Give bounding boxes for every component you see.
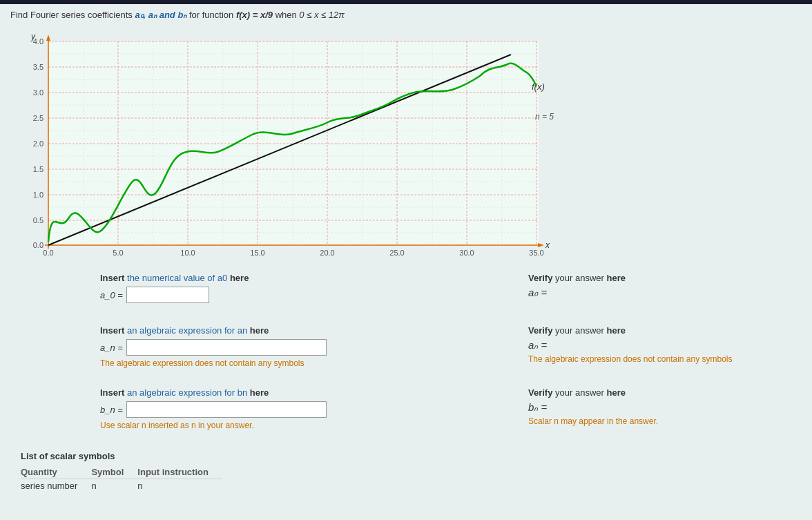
form-sections: Insert the numerical value of a0 here a_… (10, 273, 802, 430)
chart-svg: x y 4.0 3.5 3.0 2.5 2.0 1.5 1.0 0.5 0.0 … (10, 31, 577, 259)
form-blue-an: an algebraic expression for an (127, 325, 247, 336)
form-blue-a0: the numerical value of a0 (127, 273, 227, 283)
svg-text:1.0: 1.0 (33, 191, 44, 199)
header-coefficients: a₀, aₙ and bₙ (135, 10, 186, 20)
form-blue-bn: an algebraic expression for bn (127, 387, 247, 398)
svg-text:25.0: 25.0 (389, 249, 404, 257)
row-input-instruction: n (137, 479, 222, 493)
form-right-an: Verify your answer here aₙ = The algebra… (514, 325, 802, 364)
verify-result-bn: bₙ = (528, 401, 802, 414)
a0-input[interactable] (126, 287, 209, 303)
form-label-bn: Insert an algebraic expression for bn he… (100, 387, 514, 398)
svg-text:2.0: 2.0 (33, 139, 44, 148)
col-quantity: Quantity (21, 465, 91, 479)
verify-label-bn: Verify your answer here (528, 387, 802, 398)
form-row-a0: Insert the numerical value of a0 here a_… (100, 273, 802, 306)
verify-label-a0: Verify your answer here (528, 273, 802, 283)
col-instruction: Input instruction (137, 465, 222, 479)
header-when-word: when (276, 10, 297, 20)
verify-hint-an: The algebraic expression does not contai… (528, 354, 802, 364)
verify-result-a0: a₀ = (528, 287, 802, 299)
form-here-bn: here (250, 387, 269, 398)
verify-here-a0: here (606, 273, 625, 283)
svg-text:4.0: 4.0 (33, 37, 44, 46)
svg-text:0.0: 0.0 (33, 241, 44, 249)
svg-text:n = 5: n = 5 (535, 112, 554, 122)
chart-container: x y 4.0 3.5 3.0 2.5 2.0 1.5 1.0 0.5 0.0 … (10, 31, 577, 259)
verify-keyword-an: Verify (528, 325, 552, 336)
verify-keyword-a0: Verify (528, 273, 552, 283)
header-condition: 0 ≤ x ≤ 12π (297, 10, 345, 20)
form-label-an: Insert an algebraic expression for an he… (100, 325, 514, 336)
hint-bn: Use scalar n inserted as n in your answe… (100, 421, 514, 430)
svg-text:30.0: 30.0 (459, 249, 474, 257)
verify-result-an: aₙ = (528, 339, 802, 352)
insert-label-a0: Insert (100, 273, 124, 283)
svg-text:1.5: 1.5 (33, 165, 44, 173)
verify-label-an: Verify your answer here (528, 325, 802, 336)
row-quantity: series number (21, 479, 91, 493)
svg-text:20.0: 20.0 (320, 249, 334, 257)
input-row-bn: b_n = (100, 401, 514, 418)
header: Find Fourier series coefficients a₀, aₙ … (0, 4, 812, 24)
svg-text:2.5: 2.5 (33, 114, 44, 122)
input-label-an: a_n = (100, 343, 123, 353)
row-symbol: n (91, 479, 137, 493)
form-label-a0: Insert the numerical value of a0 here (100, 273, 514, 283)
insert-label-an: Insert (100, 325, 124, 336)
hint-an: The algebraic expression does not contai… (100, 358, 514, 368)
input-label-bn: b_n = (100, 405, 123, 415)
form-row-an: Insert an algebraic expression for an he… (100, 325, 802, 368)
svg-text:f(x): f(x) (532, 81, 545, 92)
col-symbol: Symbol (91, 465, 137, 479)
header-prefix: Find Fourier series coefficients (10, 10, 135, 20)
svg-text:5.0: 5.0 (113, 249, 123, 257)
svg-text:0.5: 0.5 (33, 216, 44, 224)
an-input[interactable] (126, 339, 327, 356)
svg-text:3.5: 3.5 (33, 63, 44, 71)
list-title: List of scalar symbols (21, 451, 791, 461)
table-row: series number n n (21, 479, 222, 493)
form-right-a0: Verify your answer here a₀ = (514, 273, 802, 302)
svg-text:0.0: 0.0 (43, 249, 53, 257)
verify-keyword-bn: Verify (528, 387, 552, 398)
form-left-a0: Insert the numerical value of a0 here a_… (100, 273, 514, 306)
form-left-an: Insert an algebraic expression for an he… (100, 325, 514, 368)
header-function: f(x) = x/9 (236, 10, 273, 20)
form-here-a0: here (230, 273, 249, 283)
form-here-an: here (250, 325, 269, 336)
content-area: x y 4.0 3.5 3.0 2.5 2.0 1.5 1.0 0.5 0.0 … (0, 24, 812, 503)
svg-text:10.0: 10.0 (180, 249, 195, 257)
input-label-a0: a_0 = (100, 290, 123, 300)
form-left-bn: Insert an algebraic expression for bn he… (100, 387, 514, 430)
verify-middle-a0: your answer (555, 273, 606, 283)
svg-text:15.0: 15.0 (250, 249, 264, 257)
svg-marker-34 (46, 35, 50, 41)
svg-marker-36 (538, 243, 544, 247)
header-mid: for function (186, 10, 236, 20)
svg-text:3.0: 3.0 (33, 88, 44, 97)
bottom-list: List of scalar symbols Quantity Symbol I… (10, 451, 802, 503)
insert-label-bn: Insert (100, 387, 124, 398)
svg-text:x: x (545, 240, 550, 250)
bn-input[interactable] (126, 401, 327, 418)
input-row-an: a_n = (100, 339, 514, 356)
symbol-table: Quantity Symbol Input instruction series… (21, 465, 222, 492)
svg-text:35.0: 35.0 (529, 249, 543, 257)
form-row-bn: Insert an algebraic expression for bn he… (100, 387, 802, 430)
verify-hint-bn: Scalar n may appear in the answer. (528, 416, 802, 426)
form-right-bn: Verify your answer here bₙ = Scalar n ma… (514, 387, 802, 426)
input-row-a0: a_0 = (100, 287, 514, 303)
